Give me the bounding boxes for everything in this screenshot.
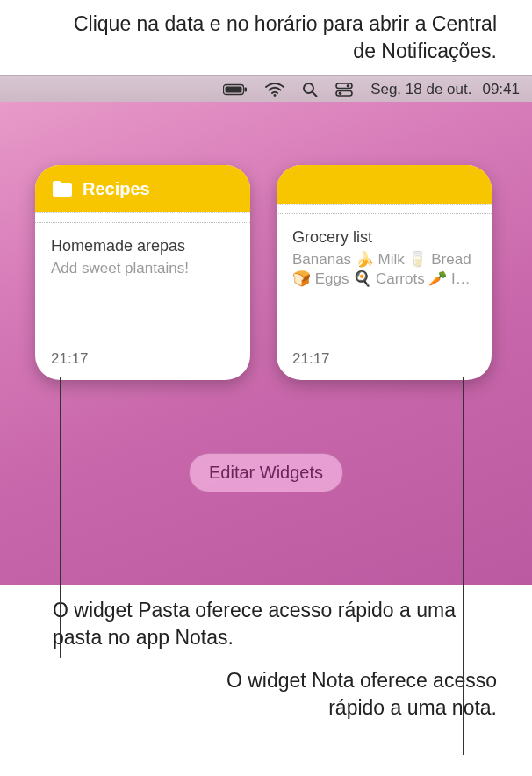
note-widget[interactable]: Grocery list Bananas 🍌 Milk 🥛 Bread 🍞 Eg… <box>277 165 492 380</box>
note-title: Grocery list <box>292 228 476 247</box>
folder-note-preview: Add sweet plantains! <box>51 259 234 278</box>
svg-point-9 <box>339 91 342 95</box>
svg-rect-1 <box>226 86 242 92</box>
folder-widget-title: Recipes <box>83 179 150 199</box>
callout-line-folder <box>60 377 61 658</box>
svg-point-7 <box>347 84 350 88</box>
callout-line-note <box>463 377 464 755</box>
svg-point-3 <box>274 94 277 97</box>
folder-widget-header: Recipes <box>35 165 250 212</box>
svg-rect-8 <box>336 90 352 96</box>
desktop: Recipes Homemade arepas Add sweet planta… <box>0 102 532 585</box>
annotation-top-text: Clique na data e no horário para abrir a… <box>74 12 497 62</box>
annotation-bottom-right: O widget Nota oferece acesso rápido a um… <box>53 667 497 722</box>
widgets-row: Recipes Homemade arepas Add sweet planta… <box>35 165 497 380</box>
note-widget-header <box>277 165 492 204</box>
wifi-icon[interactable] <box>265 83 284 97</box>
svg-rect-6 <box>336 83 352 89</box>
note-preview: Bananas 🍌 Milk 🥛 Bread 🍞 Eggs 🍳 Carrots … <box>292 250 476 289</box>
svg-rect-2 <box>245 87 248 91</box>
menubar-datetime[interactable]: Seg. 18 de out. 09:41 <box>370 81 520 98</box>
menubar: Seg. 18 de out. 09:41 <box>0 75 532 102</box>
folder-widget-body: Homemade arepas Add sweet plantains! 21:… <box>35 212 250 380</box>
edit-widgets-button[interactable]: Editar Widgets <box>189 453 343 492</box>
folder-widget[interactable]: Recipes Homemade arepas Add sweet planta… <box>35 165 250 380</box>
battery-icon[interactable] <box>223 83 248 96</box>
svg-line-5 <box>313 92 317 97</box>
annotation-top: Clique na data e no horário para abrir a… <box>0 0 532 65</box>
control-center-icon[interactable] <box>335 83 353 97</box>
note-time: 21:17 <box>292 350 476 368</box>
annotations-bottom: O widget Pasta oferece acesso rápido a u… <box>0 585 532 722</box>
screenshot-area: Seg. 18 de out. 09:41 Recipes Homemade a… <box>0 75 532 585</box>
menubar-date: Seg. 18 de out. <box>370 81 471 98</box>
folder-note-title: Homemade arepas <box>51 237 234 255</box>
menubar-time: 09:41 <box>482 81 520 98</box>
annotation-bottom-left: O widget Pasta oferece acesso rápido a u… <box>53 597 497 651</box>
folder-note-time: 21:17 <box>51 350 234 368</box>
note-widget-body: Grocery list Bananas 🍌 Milk 🥛 Bread 🍞 Eg… <box>277 204 492 380</box>
search-icon[interactable] <box>302 82 318 97</box>
folder-icon <box>51 179 74 198</box>
